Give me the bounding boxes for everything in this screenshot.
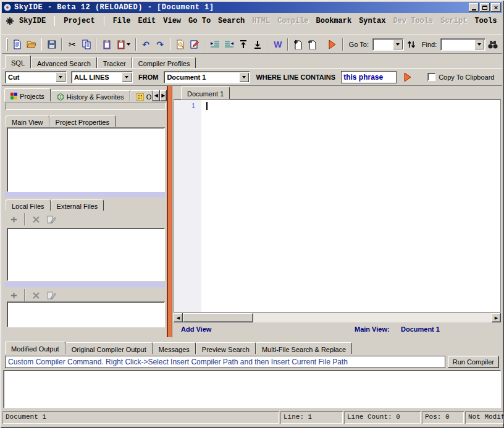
add-view-link[interactable]: Add View xyxy=(181,325,211,333)
scrollbar-track[interactable] xyxy=(253,313,492,322)
tab-multifile-search-replace[interactable]: Multi-File Search & Replace xyxy=(256,342,352,354)
delete-item-button[interactable] xyxy=(29,289,43,301)
menu-item-edit[interactable]: Edit xyxy=(134,15,159,27)
goto-combobox-dropdown-button[interactable] xyxy=(393,40,403,49)
word-wrap-button[interactable]: W xyxy=(271,37,284,52)
tab-messages[interactable]: Messages xyxy=(153,342,196,354)
tab-local-files[interactable]: Local Files xyxy=(6,199,51,211)
local-files-list[interactable] xyxy=(7,228,165,281)
cut-button[interactable]: ✂ xyxy=(65,37,78,52)
toolbar-separator xyxy=(96,38,97,51)
action-combobox-dropdown-button[interactable] xyxy=(56,72,65,82)
menu-item-search[interactable]: Search xyxy=(214,15,248,27)
menu-item-bookmark[interactable]: Bookmark xyxy=(313,15,356,27)
left-panel-tab-strip: Projects History & Favorites O ◀ ▶ xyxy=(4,88,167,101)
skyide-menu-icon xyxy=(6,17,14,25)
compiler-tab-icon xyxy=(136,93,144,101)
tab-project-properties[interactable]: Project Properties xyxy=(49,115,116,127)
tab-tracker[interactable]: Tracker xyxy=(97,57,132,68)
paste-button[interactable] xyxy=(100,37,113,52)
editor-horizontal-scrollbar[interactable]: ◀ ▶ xyxy=(174,313,501,322)
open-file-button[interactable] xyxy=(25,37,38,52)
menu-item-windows[interactable]: Windows xyxy=(500,15,504,27)
redo-button[interactable]: ↷ xyxy=(154,37,167,52)
remove-page-icon xyxy=(308,40,317,49)
menu-item-skyide[interactable]: SkyIDE xyxy=(15,15,49,27)
code-editor[interactable]: 1 xyxy=(174,99,501,313)
compiler-command-input[interactable] xyxy=(5,356,445,368)
tab-external-files[interactable]: External Files xyxy=(51,199,104,211)
chevron-down-icon xyxy=(396,43,400,46)
undo-button[interactable]: ↶ xyxy=(140,37,153,52)
paste-special-button[interactable] xyxy=(114,37,132,52)
tab-preview-search[interactable]: Preview Search xyxy=(196,342,256,354)
menu-item-project[interactable]: Project xyxy=(60,15,98,27)
source-combobox[interactable]: Document 1 xyxy=(164,71,250,83)
scroll-right-button[interactable]: ▶ xyxy=(492,313,501,322)
outdent-button[interactable] xyxy=(222,37,235,52)
tab-advanced-search[interactable]: Advanced Search xyxy=(31,57,97,68)
tab-main-view[interactable]: Main View xyxy=(6,115,49,127)
tab-history-favorites[interactable]: History & Favorites xyxy=(51,90,130,101)
find-in-files-button[interactable] xyxy=(487,37,500,52)
edit-item-button[interactable] xyxy=(44,289,58,301)
menu-item-syntax[interactable]: Syntax xyxy=(355,15,389,27)
tab-original-compiler-output[interactable]: Original Compiler Output xyxy=(65,342,153,354)
toolbar-separator xyxy=(61,38,62,51)
tab-scroll-left-button[interactable]: ◀ xyxy=(153,90,159,101)
add-item-button[interactable] xyxy=(7,289,20,301)
delete-file-button[interactable] xyxy=(29,213,43,225)
add-page-button[interactable] xyxy=(292,37,304,52)
source-combobox-dropdown-button[interactable] xyxy=(239,72,249,82)
phrase-input[interactable] xyxy=(341,71,397,83)
menu-item-tools[interactable]: Tools xyxy=(471,15,500,27)
edit-file-button[interactable] xyxy=(44,213,58,225)
run-compiler-button[interactable]: Run Compiler xyxy=(448,356,499,368)
tab-modified-output[interactable]: Modified Output xyxy=(5,342,65,354)
menu-item-file[interactable]: File xyxy=(109,15,135,27)
remove-page-button[interactable] xyxy=(306,37,319,52)
sql-query-bar: Cut ALL LINES FROM Document 1 WHERE LINE… xyxy=(2,68,502,86)
tab-compiler-profiles[interactable]: Compiler Profiles xyxy=(132,57,196,68)
minimize-icon xyxy=(472,9,476,10)
goto-top-button[interactable] xyxy=(237,37,250,52)
scrollbar-thumb[interactable] xyxy=(183,313,253,322)
project-tree[interactable] xyxy=(7,127,165,192)
copy-button[interactable] xyxy=(80,37,93,52)
tab-scroll-right-button[interactable]: ▶ xyxy=(160,90,167,101)
maximize-button[interactable] xyxy=(480,3,490,12)
title-bar[interactable]: SkyIDE - Beta 12 (RELOADED) - [Document … xyxy=(2,2,502,13)
lines-combobox[interactable]: ALL LINES xyxy=(71,71,133,83)
redo-icon: ↷ xyxy=(156,40,164,49)
close-button[interactable]: × xyxy=(491,3,501,12)
menu-item-goto[interactable]: Go To xyxy=(185,15,214,27)
tab-document-1[interactable]: Document 1 xyxy=(181,86,230,99)
scroll-left-button[interactable]: ◀ xyxy=(174,313,183,322)
panel-splitter[interactable] xyxy=(167,86,172,337)
goto-combobox[interactable] xyxy=(372,38,404,51)
minimize-button[interactable] xyxy=(469,3,479,12)
goto-bottom-button[interactable] xyxy=(251,37,264,52)
run-query-button[interactable] xyxy=(401,71,414,83)
edit-document-button[interactable] xyxy=(188,37,201,52)
find-combobox[interactable] xyxy=(440,38,485,51)
run-button[interactable] xyxy=(326,37,339,52)
menu-item-view[interactable]: View xyxy=(159,15,185,27)
copy-to-clipboard-checkbox[interactable] xyxy=(427,73,435,81)
secondary-files-list[interactable] xyxy=(7,301,165,327)
tab-sql[interactable]: SQL xyxy=(5,55,31,68)
save-button[interactable] xyxy=(45,37,58,52)
swap-button[interactable] xyxy=(405,37,418,52)
compiler-output-box[interactable] xyxy=(3,370,501,408)
new-document-button[interactable] xyxy=(11,37,24,52)
find-combobox-dropdown-button[interactable] xyxy=(474,40,484,49)
toolbar-grip[interactable] xyxy=(6,38,8,51)
lines-combobox-dropdown-button[interactable] xyxy=(122,72,132,82)
indent-button[interactable] xyxy=(208,37,221,52)
action-combobox[interactable]: Cut xyxy=(5,71,67,83)
add-file-button[interactable] xyxy=(7,213,20,225)
tab-projects[interactable]: Projects xyxy=(4,88,51,101)
print-preview-button[interactable] xyxy=(174,37,187,52)
left-panel: Projects History & Favorites O ◀ ▶ Main … xyxy=(2,86,167,337)
tab-overflow[interactable]: O xyxy=(130,90,153,101)
